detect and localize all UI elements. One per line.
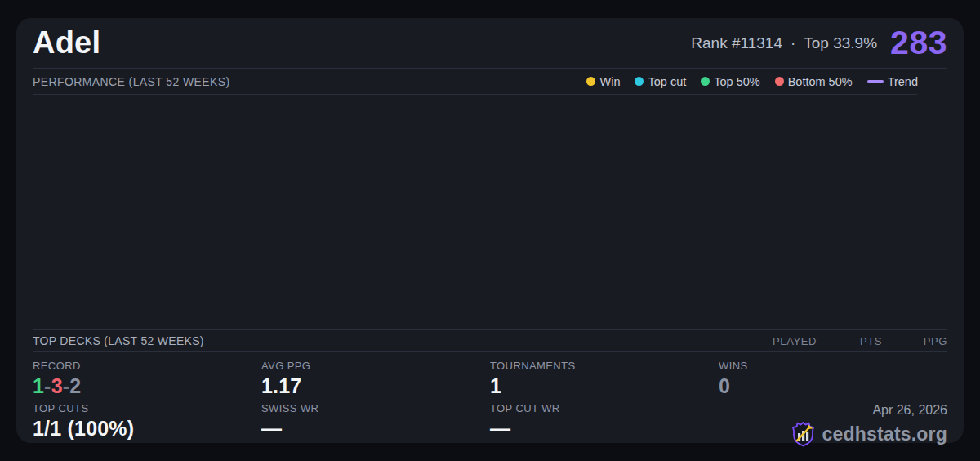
rank-number: Rank #11314 (691, 34, 782, 52)
record-value: 1-3-2 (33, 374, 261, 398)
top-cut-dot-icon (635, 77, 644, 86)
player-stats-card: Adel Rank #11314 · Top 33.9% 283 PERFORM… (16, 18, 964, 443)
page-title: Adel (33, 25, 100, 60)
dot-separator: · (791, 34, 795, 52)
date-label: Apr 26, 2026 (872, 403, 947, 418)
top-percent: Top 33.9% (804, 34, 877, 52)
rank-summary: Rank #11314 · Top 33.9% 283 (691, 24, 947, 62)
legend-item-win: Win (586, 75, 620, 88)
title-row: Adel Rank #11314 · Top 33.9% 283 (33, 18, 947, 69)
brand-name: cedhstats.org (822, 423, 947, 445)
score-value: 283 (890, 24, 947, 62)
bottom50-dot-icon (775, 77, 784, 86)
legend-item-top50: Top 50% (701, 75, 760, 88)
top-decks-columns: PLAYED PTS PPG (751, 335, 947, 347)
performance-section-title: PERFORMANCE (LAST 52 WEEKS) (33, 75, 230, 88)
stat-tournaments: TOURNAMENTS 1 (490, 360, 719, 401)
stat-avg-ppg: AVG PPG 1.17 (261, 360, 490, 401)
chart-legend: Win Top cut Top 50% Bottom 50% Trend (586, 75, 918, 88)
legend-item-bottom50: Bottom 50% (775, 75, 853, 88)
record-wins: 1 (33, 374, 44, 397)
column-ppg: PPG (882, 335, 947, 347)
stat-top-cut-wr: TOP CUT WR — (490, 402, 719, 450)
cedhstats-logo-icon (791, 421, 816, 448)
column-played: PLAYED (751, 335, 817, 347)
performance-header-row: PERFORMANCE (LAST 52 WEEKS) Win Top cut … (33, 69, 947, 94)
record-losses: 3 (51, 374, 63, 397)
record-draws: 2 (69, 374, 81, 397)
column-pts: PTS (817, 335, 882, 347)
trend-line-icon (867, 80, 884, 83)
stat-swiss-wr: SWISS WR — (261, 402, 490, 450)
stat-wins: WINS 0 (719, 360, 947, 401)
brand: cedhstats.org (791, 421, 947, 448)
top-decks-header-row: TOP DECKS (LAST 52 WEEKS) PLAYED PTS PPG (33, 330, 947, 352)
stat-top-cuts: TOP CUTS 1/1 (100%) (33, 402, 261, 450)
footer: Apr 26, 2026 cedhstats.org (719, 402, 947, 450)
win-dot-icon (586, 77, 595, 86)
legend-item-trend: Trend (867, 75, 918, 88)
top-decks-section-title: TOP DECKS (LAST 52 WEEKS) (33, 334, 204, 347)
performance-chart (33, 95, 947, 330)
stat-record: RECORD 1-3-2 (33, 360, 261, 401)
legend-item-top-cut: Top cut (635, 75, 686, 88)
stats-grid: RECORD 1-3-2 AVG PPG 1.17 TOURNAMENTS 1 … (33, 352, 947, 450)
top50-dot-icon (701, 77, 710, 86)
